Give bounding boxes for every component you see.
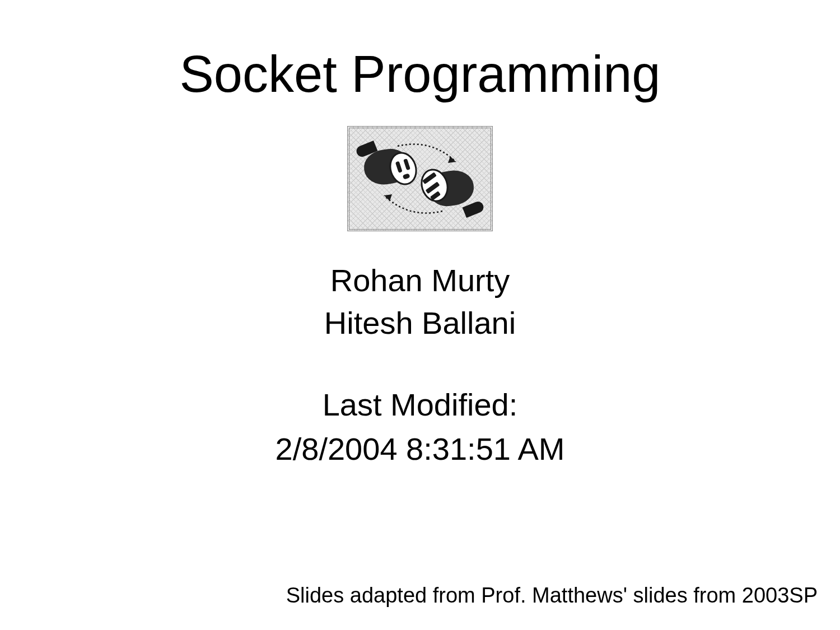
plug-cord-right xyxy=(463,200,486,218)
last-modified-block: Last Modified: 2/8/2004 8:31:51 AM xyxy=(276,383,565,471)
svg-marker-0 xyxy=(448,156,456,163)
plug-graphic xyxy=(364,139,476,218)
svg-marker-1 xyxy=(384,194,392,201)
slide: Socket Programming xyxy=(0,0,840,630)
last-modified-datetime: 2/8/2004 8:31:51 AM xyxy=(276,427,565,471)
slide-footer-credit: Slides adapted from Prof. Matthews' slid… xyxy=(286,584,818,608)
socket-plug-illustration xyxy=(347,126,493,231)
author-name-2: Hitesh Ballani xyxy=(324,302,516,344)
authors-block: Rohan Murty Hitesh Ballani xyxy=(324,259,516,344)
last-modified-label: Last Modified: xyxy=(276,383,565,427)
slide-title: Socket Programming xyxy=(180,45,661,104)
author-name-1: Rohan Murty xyxy=(324,259,516,302)
